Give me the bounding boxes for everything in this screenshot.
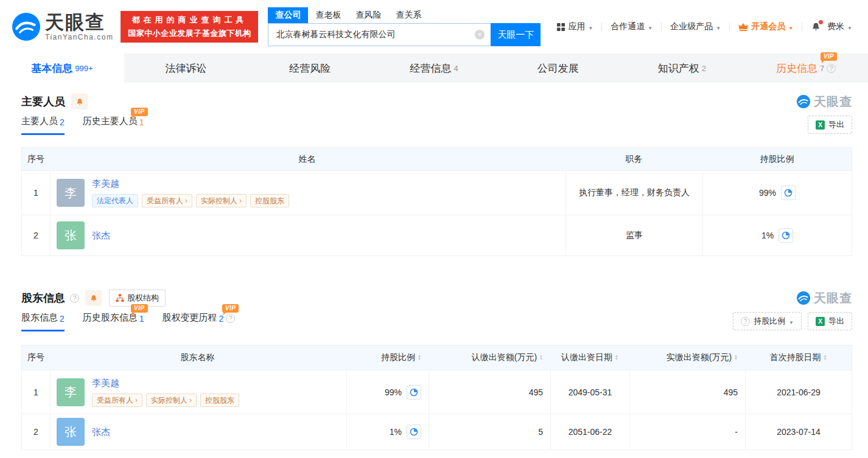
search-tab-risk[interactable]: 查风险 xyxy=(348,7,388,23)
person-name-link[interactable]: 李美越 xyxy=(92,378,239,389)
person-name-link[interactable]: 李美越 xyxy=(92,178,289,190)
slogan-banner: 都在用的商业查询工具 国家中小企业发展子基金旗下机构 xyxy=(121,11,258,43)
help-icon[interactable] xyxy=(226,314,235,323)
avatar[interactable]: 张 xyxy=(57,221,85,249)
col-header-first-date[interactable]: 首次持股日期 xyxy=(745,345,852,370)
search-tabs: 查公司 查老板 查风险 查关系 xyxy=(268,7,541,23)
sort-icon xyxy=(539,355,543,361)
shareholders-actions: 持股比例 导出 xyxy=(733,312,852,330)
nav-user[interactable]: 费米 xyxy=(827,21,852,32)
subtab-label: 股权变更历程 xyxy=(163,312,217,324)
col-header-paid-amount[interactable]: 实缴出资额(万元) xyxy=(629,345,745,370)
export-label: 导出 xyxy=(828,119,844,130)
row-number: 2 xyxy=(22,215,50,255)
table-row: 2 张 张杰 1% xyxy=(22,414,852,449)
monitor-bell-button[interactable] xyxy=(85,290,102,306)
pie-icon xyxy=(410,388,418,397)
bell-icon xyxy=(75,97,84,106)
tag-controlling-shareholder[interactable]: 控股股东 xyxy=(250,194,289,207)
tag-beneficial-owner[interactable]: 受益所有人 xyxy=(142,194,192,207)
pie-chart-button[interactable] xyxy=(781,186,796,200)
subtab-current-staff[interactable]: 主要人员 2 xyxy=(21,116,65,135)
person: 李 李美越 法定代表人 受益所有人 实际控制人 控股股东 xyxy=(57,178,289,207)
chevron-down-icon xyxy=(716,22,721,32)
shareholders-section: 股东信息 股权结构 xyxy=(21,288,852,450)
col-header-no: 序号 xyxy=(22,345,50,370)
search-button[interactable]: 天眼一下 xyxy=(491,23,541,46)
tab-legal[interactable]: 法律诉讼 xyxy=(124,54,248,83)
person-name-link[interactable]: 张杰 xyxy=(92,230,110,241)
col-header-name: 姓名 xyxy=(50,148,565,170)
tab-count: 4 xyxy=(453,64,458,73)
person-name-link[interactable]: 张杰 xyxy=(92,426,110,438)
avatar[interactable]: 张 xyxy=(57,418,85,446)
tab-basic-info[interactable]: 基本信息 999+ xyxy=(0,54,124,83)
tab-intellectual-property[interactable]: 知识产权 2 xyxy=(620,54,744,83)
ratio-value: 99% xyxy=(385,387,402,397)
slogan-line1: 都在用的商业查询工具 xyxy=(131,15,247,26)
export-button[interactable]: 导出 xyxy=(808,312,852,330)
first-date-cell: 2021-06-29 xyxy=(745,370,852,414)
search-input[interactable] xyxy=(268,23,491,46)
subtab-history-shareholders[interactable]: VIP 历史股东信息 1 xyxy=(83,312,144,330)
nav-partner-label: 合作通道 xyxy=(611,21,645,32)
nav-apps[interactable]: 应用 xyxy=(557,21,593,32)
subtab-shareholders[interactable]: 股东信息 2 xyxy=(21,312,65,331)
subtab-equity-change-history[interactable]: VIP 股权变更历程 2 xyxy=(163,312,236,330)
tab-inner: 公司发展 xyxy=(537,61,579,75)
tianyancha-logo[interactable]: 天眼查 TianYanCha.com xyxy=(12,13,113,41)
help-icon[interactable] xyxy=(70,294,79,303)
watermark-text: 天眼查 xyxy=(814,290,852,307)
staff-subtabs-row: 主要人员 2 VIP 历史主要人员 1 导出 xyxy=(21,116,852,141)
pie-chart-button[interactable] xyxy=(407,425,421,439)
pie-chart-button[interactable] xyxy=(407,385,421,400)
monitor-bell-button[interactable] xyxy=(71,94,88,109)
equity-structure-label: 股权结构 xyxy=(127,293,159,304)
top-nav: 应用 合作通道 企业级产品 开通会员 xyxy=(557,21,852,32)
tab-business-info[interactable]: 经营信息 4 xyxy=(372,54,496,83)
search-tab-relation[interactable]: 查关系 xyxy=(388,7,429,23)
tab-history-info[interactable]: VIP 历史信息 7 xyxy=(744,54,868,83)
avatar[interactable]: 李 xyxy=(57,378,85,406)
tab-label: 法律诉讼 xyxy=(166,61,207,75)
col-header-ratio[interactable]: 持股比例 xyxy=(346,345,429,370)
watermark-logo: 天眼查 xyxy=(797,290,852,307)
tag-actual-controller[interactable]: 实际控制人 xyxy=(196,194,247,207)
help-icon xyxy=(741,317,750,326)
col-header-subscribed-amount[interactable]: 认缴出资额(万元) xyxy=(429,345,550,370)
search-input-wrap xyxy=(268,23,491,46)
export-button[interactable]: 导出 xyxy=(808,116,852,134)
col-header-no: 序号 xyxy=(22,148,50,170)
grid-icon xyxy=(557,23,565,31)
tag-actual-controller[interactable]: 实际控制人 xyxy=(146,394,197,407)
avatar[interactable]: 李 xyxy=(57,179,85,207)
help-icon[interactable] xyxy=(827,64,836,73)
col-header-shareholder: 股东名称 xyxy=(50,345,346,370)
person-cell: 李 李美越 法定代表人 受益所有人 实际控制人 控股股东 xyxy=(50,171,565,215)
col-header-label: 认缴出资日期 xyxy=(561,352,612,363)
notification-bell[interactable] xyxy=(811,21,821,32)
search-tab-boss[interactable]: 查老板 xyxy=(308,7,348,23)
export-label: 导出 xyxy=(828,316,844,327)
subtab-history-staff[interactable]: VIP 历史主要人员 1 xyxy=(83,116,144,133)
col-header-label: 首次持股日期 xyxy=(770,352,821,363)
sort-icon xyxy=(824,355,827,361)
search-tab-company[interactable]: 查公司 xyxy=(268,7,308,23)
pie-chart-button[interactable] xyxy=(779,228,793,243)
nav-partner[interactable]: 合作通道 xyxy=(611,21,653,32)
tag-legal-representative[interactable]: 法定代表人 xyxy=(92,194,138,207)
tab-company-development[interactable]: 公司发展 xyxy=(496,54,620,83)
tag-controlling-shareholder[interactable]: 控股股东 xyxy=(200,394,239,407)
staff-table-header: 序号 姓名 职务 持股比例 xyxy=(22,148,852,170)
nav-open-vip[interactable]: 开通会员 xyxy=(738,21,793,32)
company-nav-tabs: 基本信息 999+ 法律诉讼 经营风险 经营信息 4 公司发展 xyxy=(0,54,868,83)
tag-beneficial-owner[interactable]: 受益所有人 xyxy=(92,394,142,407)
ratio-filter-button[interactable]: 持股比例 xyxy=(733,312,802,330)
person-tags: 法定代表人 受益所有人 实际控制人 控股股东 xyxy=(92,194,289,207)
vip-badge: VIP xyxy=(131,108,148,116)
person-info: 李美越 受益所有人 实际控制人 控股股东 xyxy=(92,378,239,407)
nav-enterprise[interactable]: 企业级产品 xyxy=(670,21,721,32)
row-number: 1 xyxy=(22,171,50,215)
col-header-subscribed-date[interactable]: 认缴出资日期 xyxy=(550,345,629,370)
tab-operation-risk[interactable]: 经营风险 xyxy=(248,54,372,83)
